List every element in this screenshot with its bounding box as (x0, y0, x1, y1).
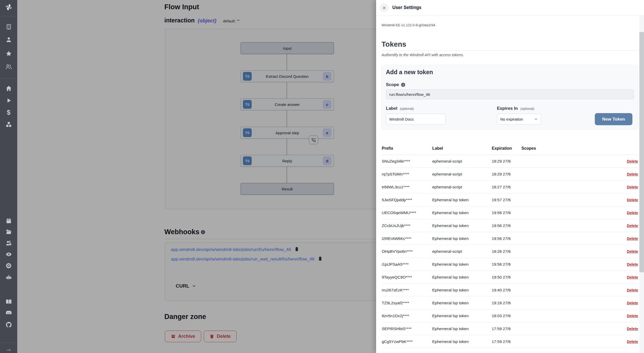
suspend-approval-button[interactable] (309, 136, 318, 144)
panel-scrollbar[interactable] (639, 16, 644, 353)
token-prefix: I2RErAW6Kc**** (382, 236, 432, 241)
curl-label: CURL (176, 283, 189, 289)
delete-token-link[interactable]: Delete (627, 237, 638, 241)
flow-node-label: Approval step (275, 131, 299, 135)
delete-token-link[interactable]: Delete (627, 275, 638, 279)
flow-node-label: Result (282, 187, 293, 191)
sidebar-item-audit-logs[interactable] (0, 251, 17, 258)
sidebar-item-docs[interactable] (0, 298, 17, 305)
play-icon (5, 97, 12, 104)
token-label: Ephemeral lsp token (432, 301, 492, 305)
sidebar-item-workers[interactable] (0, 240, 17, 247)
arrow-right-icon (5, 346, 12, 352)
delete-token-link[interactable]: Delete (627, 301, 638, 305)
token-label: Ephemeral lsp token (432, 339, 492, 344)
token-table-row: QsXY51ZvOU**** session 08:55 29/6 Delete (382, 348, 638, 353)
building-icon (5, 23, 12, 30)
info-icon (401, 83, 405, 87)
sidebar-item-runs[interactable] (0, 97, 17, 104)
token-prefix: QsXY51ZvOU**** (382, 352, 432, 353)
token-expiration: 19:56 27/6 (492, 236, 521, 241)
delete-token-link[interactable]: Delete (627, 198, 638, 202)
close-drawer-button[interactable] (380, 3, 388, 12)
webhook-run-wait-result-url[interactable]: app.windmill.dev/api/w/windmill-labs/job… (171, 257, 315, 262)
delete-token-link[interactable]: Delete (627, 340, 638, 344)
clipboard-icon[interactable] (318, 256, 323, 262)
github-icon (5, 321, 12, 328)
delete-flow-button[interactable]: Delete (204, 331, 236, 342)
token-prefix: rru267sEzK**** (382, 288, 432, 292)
sidebar-item-user[interactable] (0, 36, 17, 43)
sidebar-item-discord[interactable] (0, 309, 17, 316)
delete-token-link[interactable]: Delete (627, 314, 638, 318)
sidebar-divider (0, 79, 17, 79)
flow-input-title: Flow Input (164, 3, 199, 11)
add-token-card: Add a new token Scope Label (optional) E… (381, 65, 638, 130)
token-expiration: 18:26 27/6 (492, 249, 521, 254)
drawer-header: User Settings (376, 0, 644, 16)
delete-token-link[interactable]: Delete (627, 211, 638, 215)
flow-node[interactable]: TS Extract Discord Question b (241, 70, 334, 82)
token-expiration: 18:27 27/6 (492, 185, 521, 189)
user-icon (5, 36, 12, 43)
token-prefix: SNuZeg34le**** (382, 159, 432, 164)
field-default: default: "" (223, 19, 240, 23)
clipboard-icon[interactable] (294, 247, 299, 253)
flow-node-label: Extract Discord Question (266, 74, 309, 79)
delete-token-link[interactable]: Delete (627, 159, 638, 163)
delete-token-link[interactable]: Delete (627, 185, 638, 189)
token-label: ephemeral-script (432, 159, 492, 164)
flow-node[interactable]: TS Reply d (241, 155, 334, 167)
token-table-row: 5JwSFQpddp**** Ephemeral lsp token 19:57… (382, 194, 638, 206)
token-label: Ephemeral lsp token (432, 223, 492, 228)
sidebar-item-workspace[interactable] (0, 23, 17, 30)
token-label: session (432, 352, 492, 353)
curl-toggle[interactable]: CURL (176, 283, 196, 289)
new-token-button[interactable]: New Token (595, 113, 632, 125)
windmill-logo[interactable] (0, 3, 17, 11)
expires-select[interactable]: No expiration (497, 114, 541, 124)
webhooks-title: Webhooks (164, 228, 199, 236)
flow-graph-canvas[interactable]: + − Input TS Extract Discord Question b … (165, 29, 408, 209)
sidebar-item-variables[interactable] (0, 109, 17, 116)
flow-node[interactable]: Input (241, 42, 334, 54)
optional-hint: (optional) (520, 107, 534, 111)
phone-incoming-icon (311, 138, 316, 142)
sidebar-item-folders[interactable] (0, 229, 17, 235)
sidebar-divider (0, 16, 17, 16)
token-expiration: 08:55 29/6 (492, 352, 521, 353)
sidebar-item-schedules[interactable] (0, 217, 17, 224)
flow-node[interactable]: Result (241, 183, 334, 195)
scrollbar-thumb[interactable] (639, 32, 644, 272)
archive-icon (171, 334, 176, 339)
flow-node[interactable]: TS Approval step e (241, 127, 334, 139)
sidebar-item-favorites[interactable] (0, 50, 17, 57)
delete-token-link[interactable]: Delete (627, 327, 638, 331)
sidebar-item-resources[interactable] (0, 121, 17, 128)
sidebar-expand-button[interactable] (0, 346, 17, 352)
flow-node[interactable]: TS Create answer c (241, 98, 334, 110)
token-label-input[interactable] (386, 114, 446, 124)
sidebar-item-github[interactable] (0, 321, 17, 328)
delete-token-link[interactable]: Delete (627, 262, 638, 266)
danger-zone-title: Danger zone (164, 313, 206, 321)
discord-icon (5, 309, 12, 316)
archive-flow-button[interactable]: Archive (165, 331, 201, 342)
sidebar-item-home[interactable] (0, 85, 17, 92)
webhook-run-url[interactable]: app.windmill.dev/api/w/windmill-labs/job… (171, 247, 291, 252)
field-name: interaction (164, 17, 195, 24)
typescript-badge: TS (243, 156, 252, 165)
label-field-label: Label (386, 106, 397, 111)
optional-hint: (optional) (400, 107, 414, 111)
scope-input[interactable] (386, 89, 634, 99)
sidebar-item-settings[interactable] (0, 263, 17, 270)
sidebar-divider (0, 343, 17, 343)
boxes-icon (5, 121, 12, 128)
delete-token-link[interactable]: Delete (627, 288, 638, 292)
delete-token-link[interactable]: Delete (627, 172, 638, 176)
delete-token-link[interactable]: Delete (627, 224, 638, 228)
sidebar-item-groups[interactable] (0, 63, 17, 70)
token-prefix: 5JwSFQpddp**** (382, 198, 432, 202)
sidebar-item-ai[interactable] (0, 274, 17, 281)
delete-token-link[interactable]: Delete (627, 249, 638, 254)
